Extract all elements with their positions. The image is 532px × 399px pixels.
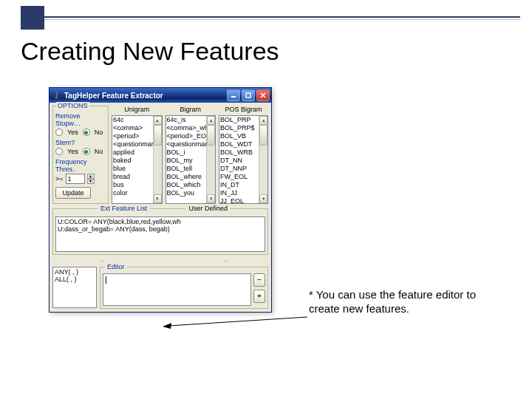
scroll-up-icon[interactable]: ▴: [207, 116, 215, 125]
radio-yes-label: Yes: [67, 129, 78, 136]
svg-rect-0: [231, 96, 236, 98]
slide-title: Creating New Features: [21, 37, 279, 66]
editor-panel: Editor − +: [100, 267, 268, 309]
ext-feature-list[interactable]: U:COLOR= ANY(black,blue,red,yellow,wh U:…: [55, 216, 265, 252]
slide-caption: * You can use the feature editor to crea…: [309, 288, 508, 316]
window-title: TagHelper Feature Extractor: [64, 92, 225, 100]
list-item[interactable]: U:COLOR= ANY(black,blue,red,yellow,wh: [58, 218, 263, 225]
scroll-thumb[interactable]: [207, 125, 215, 146]
splitter[interactable]: --: [50, 258, 271, 264]
minimize-button[interactable]: [227, 89, 240, 101]
options-title: OPTIONS: [56, 102, 89, 109]
options-panel: OPTIONS Remove Stopw… Yes No Stem? Yes N…: [52, 106, 109, 204]
freq-op: >=: [55, 175, 64, 183]
remove-stopw-no-radio[interactable]: [83, 129, 90, 136]
freq-thresh-label: Frequency Thres..: [55, 158, 106, 173]
pos-bigram-column: POS Bigram BOL_PRP BOL_PRP$ BOL_VB BOL_W…: [219, 106, 268, 204]
pos-bigram-listbox[interactable]: BOL_PRP BOL_PRP$ BOL_VB BOL_WDT BOL_WRB …: [219, 115, 268, 204]
svg-marker-3: [163, 323, 171, 329]
unigram-scrollbar[interactable]: ▴ ▾: [153, 116, 162, 203]
radio-no-label-2: No: [95, 148, 103, 155]
svg-rect-1: [246, 93, 250, 98]
add-feature-button[interactable]: +: [253, 290, 265, 303]
bigram-header: Bigram: [166, 106, 216, 115]
update-button[interactable]: Update: [55, 187, 91, 199]
remove-stopwords-label: Remove Stopw…: [55, 112, 106, 127]
scroll-up-icon[interactable]: ▴: [259, 116, 267, 125]
remove-feature-button[interactable]: −: [253, 273, 265, 287]
close-button[interactable]: [256, 89, 270, 101]
function-list[interactable]: ANY( , ) ALL( , ): [52, 267, 97, 308]
unigram-listbox[interactable]: 64c <comma> <period> <questionmark> appl…: [112, 115, 163, 204]
scroll-down-icon[interactable]: ▾: [207, 194, 215, 203]
freq-down-button[interactable]: ▾: [87, 179, 95, 184]
freq-up-button[interactable]: ▴: [87, 174, 95, 179]
maximize-button[interactable]: [242, 89, 255, 101]
radio-yes-label-2: Yes: [67, 148, 78, 155]
ext-feature-section: Ext Feature List User Defined U:COLOR= A…: [52, 208, 268, 255]
scroll-down-icon[interactable]: ▾: [154, 194, 162, 203]
remove-stopw-yes-radio[interactable]: [55, 129, 63, 136]
freq-spinner[interactable]: 1: [66, 174, 85, 184]
java-icon: [52, 91, 61, 100]
editor-title: Editor: [105, 263, 127, 270]
unigram-column: Unigram 64c <comma> <period> <questionma…: [112, 106, 163, 204]
slide-accent-line-thin: [44, 19, 520, 20]
svg-line-2: [168, 317, 307, 326]
scroll-thumb[interactable]: [154, 125, 162, 146]
pointer-arrow: [163, 316, 307, 329]
ext-feature-title: Ext Feature List: [98, 205, 150, 212]
bigram-listbox[interactable]: 64c_is <comma>_whic <period>_EOL <questi…: [166, 115, 216, 204]
list-item[interactable]: U:dass_or_begab= ANY(dass, begab): [58, 225, 263, 233]
stem-yes-radio[interactable]: [55, 148, 63, 155]
pos-bigram-scrollbar[interactable]: ▴ ▾: [259, 116, 267, 203]
slide-accent-square: [21, 6, 44, 30]
stem-no-radio[interactable]: [83, 148, 90, 155]
user-defined-label: User Defined: [185, 205, 231, 212]
scroll-up-icon[interactable]: ▴: [154, 116, 162, 125]
list-item[interactable]: ANY( , ): [55, 268, 95, 276]
stem-label: Stem?: [55, 139, 106, 146]
bigram-scrollbar[interactable]: ▴ ▾: [206, 116, 215, 203]
unigram-header: Unigram: [112, 106, 163, 115]
list-item[interactable]: ALL( , ): [55, 276, 95, 283]
editor-input[interactable]: [103, 273, 251, 306]
scroll-down-icon[interactable]: ▾: [259, 194, 267, 203]
slide-accent-line: [44, 16, 520, 18]
app-window: TagHelper Feature Extractor OPTIONS Remo…: [49, 87, 272, 313]
pos-bigram-header: POS Bigram: [219, 106, 268, 115]
scroll-thumb[interactable]: [259, 125, 267, 146]
radio-no-label: No: [95, 129, 103, 136]
bigram-column: Bigram 64c_is <comma>_whic <period>_EOL …: [166, 106, 216, 204]
titlebar[interactable]: TagHelper Feature Extractor: [50, 88, 271, 103]
